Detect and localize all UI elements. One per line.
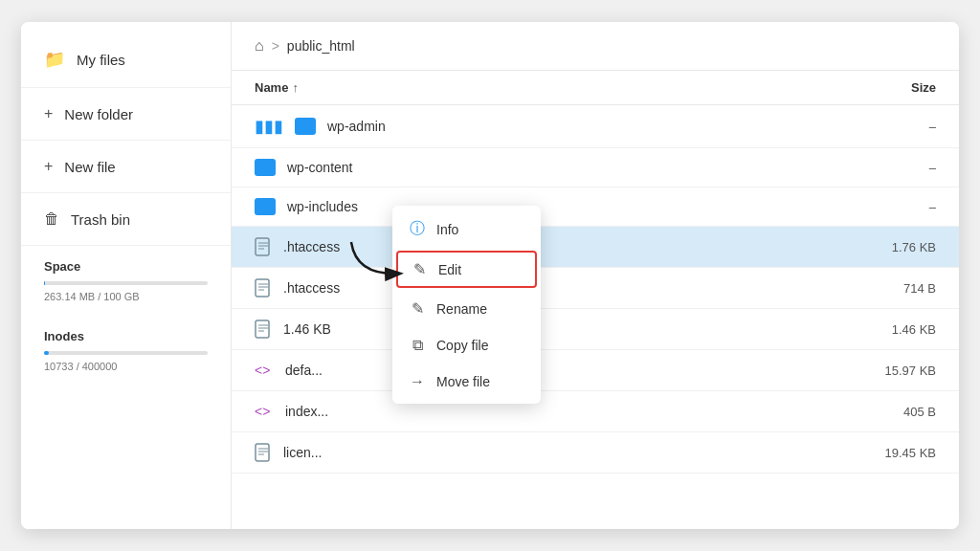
space-label: Space bbox=[44, 259, 208, 274]
file-name: .htaccess bbox=[283, 280, 840, 296]
table-row[interactable]: ▮▮▮ wp-admin – bbox=[232, 105, 959, 148]
sidebar-item-label: New folder bbox=[64, 106, 133, 122]
sidebar-item-label: Trash bin bbox=[71, 211, 130, 228]
rename-icon: ✎ bbox=[408, 299, 427, 318]
file-name: .htaccess bbox=[283, 239, 840, 254]
table-row[interactable]: .htaccess 714 B bbox=[232, 268, 959, 309]
svg-text:<>: <> bbox=[255, 363, 270, 378]
table-row[interactable]: 1.46 KB 1.46 KB bbox=[232, 309, 959, 350]
file-name: index... bbox=[285, 404, 840, 419]
file-name: wp-includes bbox=[287, 199, 840, 214]
context-menu-label: Edit bbox=[438, 262, 461, 277]
space-section: Space 263.14 MB / 100 GB bbox=[21, 246, 231, 316]
folder-icon-shape bbox=[255, 198, 276, 215]
column-size: Size bbox=[840, 80, 936, 95]
breadcrumb-path[interactable]: public_html bbox=[287, 38, 355, 54]
folder-icon: ▮▮▮ bbox=[255, 116, 283, 137]
move-icon: → bbox=[408, 373, 427, 390]
context-menu-label: Move file bbox=[436, 374, 490, 389]
trash-icon: 🗑 bbox=[44, 210, 59, 228]
file-size: 1.46 KB bbox=[840, 322, 936, 337]
svg-text:<>: <> bbox=[255, 404, 270, 419]
info-icon: ⓘ bbox=[408, 219, 427, 239]
file-size: 19.45 KB bbox=[840, 446, 936, 460]
svg-rect-14 bbox=[256, 444, 269, 461]
inodes-label: Inodes bbox=[44, 329, 208, 343]
breadcrumb-separator: > bbox=[272, 38, 279, 54]
file-table: Name ↑ Size ▮▮▮ wp-admin – wp-content – bbox=[232, 71, 959, 529]
inodes-progress-fill bbox=[44, 351, 49, 355]
code-icon-shape: <> bbox=[255, 402, 274, 421]
folder-icon-shape bbox=[255, 159, 276, 176]
sidebar-item-label: New file bbox=[64, 159, 115, 175]
context-menu-item-rename[interactable]: ✎ Rename bbox=[392, 290, 541, 327]
table-row[interactable]: <> index... 405 B bbox=[232, 391, 959, 432]
svg-rect-8 bbox=[256, 320, 269, 338]
table-row[interactable]: <> defa... 15.97 KB bbox=[232, 350, 959, 391]
sidebar-item-my-files[interactable]: 📁 My files bbox=[21, 32, 231, 88]
context-menu-item-info[interactable]: ⓘ Info bbox=[392, 209, 541, 249]
copy-icon: ⧉ bbox=[408, 337, 427, 354]
space-info: 263.14 MB / 100 GB bbox=[44, 291, 208, 302]
home-icon[interactable]: ⌂ bbox=[255, 37, 264, 55]
column-name: Name ↑ bbox=[255, 80, 840, 95]
context-menu-label: Info bbox=[436, 222, 458, 237]
file-size: 714 B bbox=[840, 281, 936, 296]
file-size: – bbox=[840, 200, 936, 214]
file-size: 1.76 KB bbox=[840, 240, 936, 254]
doc-icon-shape bbox=[255, 320, 272, 339]
file-name: 1.46 KB bbox=[283, 321, 840, 337]
doc-icon-shape bbox=[255, 278, 272, 298]
inodes-section: Inodes 10733 / 400000 bbox=[21, 316, 231, 386]
sidebar-item-trash-bin[interactable]: 🗑 Trash bin bbox=[21, 193, 231, 246]
sidebar-item-new-file[interactable]: + New file bbox=[21, 141, 231, 193]
context-menu-label: Copy file bbox=[436, 338, 488, 353]
sidebar-item-label: My files bbox=[77, 52, 125, 68]
context-menu-item-edit[interactable]: ✎ Edit bbox=[396, 251, 537, 288]
file-name: wp-content bbox=[287, 160, 840, 175]
table-row[interactable]: licen... 19.45 KB bbox=[232, 432, 959, 474]
file-name: defa... bbox=[285, 363, 840, 378]
file-size: 405 B bbox=[840, 405, 936, 419]
breadcrumb: ⌂ > public_html bbox=[232, 22, 959, 71]
folder-icon-shape bbox=[295, 118, 316, 135]
table-row[interactable]: .htaccess 1.76 KB bbox=[232, 227, 959, 268]
doc-icon-shape bbox=[255, 237, 272, 256]
space-progress-fill bbox=[44, 281, 45, 285]
file-name: licen... bbox=[283, 445, 840, 460]
svg-rect-4 bbox=[256, 279, 269, 297]
file-size: 15.97 KB bbox=[840, 364, 936, 378]
table-row[interactable]: wp-includes – bbox=[232, 187, 959, 227]
edit-icon: ✎ bbox=[410, 260, 429, 278]
svg-rect-0 bbox=[256, 238, 269, 255]
file-size: – bbox=[840, 161, 936, 175]
context-menu-item-copy[interactable]: ⧉ Copy file bbox=[392, 327, 541, 364]
space-progress-bg bbox=[44, 281, 208, 285]
plus-file-icon: + bbox=[44, 158, 53, 175]
folder-icon: 📁 bbox=[44, 49, 65, 70]
sidebar: 📁 My files + New folder + New file 🗑 Tra… bbox=[21, 22, 232, 529]
code-icon-shape: <> bbox=[255, 361, 274, 380]
doc-icon-shape bbox=[255, 443, 272, 462]
table-row[interactable]: wp-content – bbox=[232, 148, 959, 187]
table-header: Name ↑ Size bbox=[232, 71, 959, 105]
file-name: wp-admin bbox=[327, 119, 840, 134]
context-menu-label: Rename bbox=[436, 301, 487, 317]
plus-folder-icon: + bbox=[44, 105, 53, 122]
main-panel: ⌂ > public_html Name ↑ Size ▮▮▮ wp-admin… bbox=[232, 22, 959, 529]
context-menu: ⓘ Info ✎ Edit ✎ Rename ⧉ Copy file → Mov… bbox=[392, 206, 541, 404]
file-size: – bbox=[840, 120, 936, 134]
sidebar-item-new-folder[interactable]: + New folder bbox=[21, 88, 231, 141]
inodes-progress-bg bbox=[44, 351, 208, 355]
inodes-info: 10733 / 400000 bbox=[44, 361, 208, 372]
context-menu-item-move[interactable]: → Move file bbox=[392, 364, 541, 400]
